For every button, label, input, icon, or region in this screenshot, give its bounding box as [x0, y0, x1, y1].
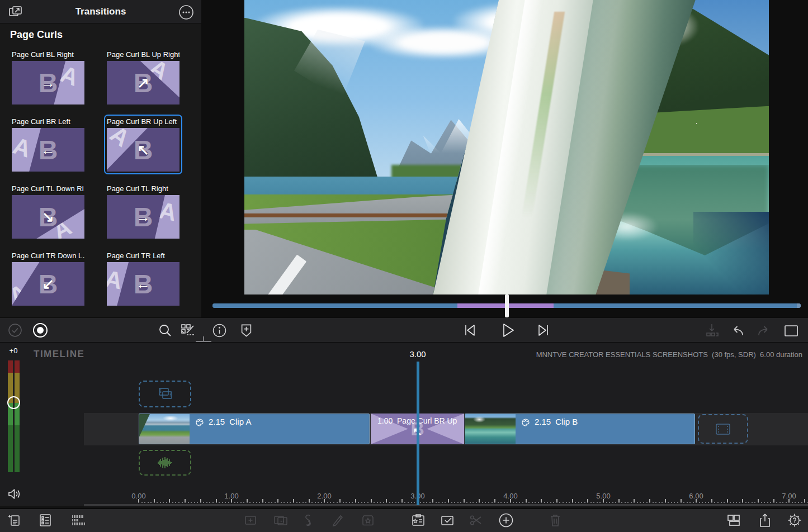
- audio-track-placeholder[interactable]: [139, 450, 191, 476]
- transition-thumbnail: B A →: [12, 61, 84, 104]
- audio-waveform-icon: [155, 456, 175, 469]
- transition-thumbnail: B A ↗: [107, 61, 179, 104]
- undo-icon[interactable]: [729, 322, 746, 340]
- ruler-tick-dots: [138, 502, 808, 503]
- transition-label: Page Curl TR Down L…: [12, 251, 84, 260]
- add-clip-icon[interactable]: [240, 510, 261, 530]
- skip-back-icon[interactable]: [461, 321, 479, 339]
- transition-label: Page Curl BR Left: [12, 117, 84, 126]
- transition-thumbnail: B A →: [107, 195, 179, 239]
- clip-duration: 2.15: [209, 417, 225, 426]
- clip-placeholder[interactable]: [698, 414, 748, 444]
- multi-select-icon[interactable]: [437, 510, 457, 530]
- transport-bar: [0, 317, 808, 342]
- info-icon[interactable]: [211, 322, 227, 338]
- audio-mixer-icon[interactable]: [68, 510, 88, 530]
- settings-help-icon[interactable]: [785, 510, 805, 530]
- transition-name: Page Curl BR Up: [397, 416, 457, 425]
- trash-icon[interactable]: [545, 510, 565, 530]
- direction-arrow-icon: ↖: [107, 128, 179, 172]
- palette-icon: [195, 418, 204, 427]
- add-circle-icon[interactable]: [496, 510, 516, 530]
- scissors-icon[interactable]: [466, 510, 486, 530]
- direction-arrow-icon: ←: [12, 128, 84, 172]
- timeline-clip-a[interactable]: 2.15 Clip A: [139, 414, 370, 444]
- scrubber-clip-b-segment: [554, 303, 801, 308]
- transition-thumbnail: B A ↘: [12, 195, 84, 239]
- direction-arrow-icon: ↗: [107, 61, 179, 104]
- skip-forward-icon[interactable]: [535, 321, 552, 339]
- transition-item-tr-left[interactable]: Page Curl TR Left B A ←: [104, 249, 182, 308]
- add-transition-icon[interactable]: [271, 510, 291, 530]
- shield-add-icon[interactable]: [238, 322, 254, 339]
- grid-edit-icon[interactable]: [178, 321, 196, 339]
- volume-knob[interactable]: [7, 396, 20, 409]
- search-icon[interactable]: [157, 322, 173, 339]
- video-preview[interactable]: [244, 0, 769, 294]
- clip-name: Clip B: [555, 417, 578, 426]
- redo-icon[interactable]: [755, 322, 773, 340]
- direction-arrow-icon: →: [107, 195, 179, 239]
- bottom-toolbar: [0, 509, 808, 532]
- transition-label: Page Curl TL Right: [107, 184, 179, 193]
- palette-icon: [521, 418, 530, 427]
- transition-item-br-left[interactable]: Page Curl BR Left B A ←: [9, 115, 87, 174]
- transition-duration: 1.00: [377, 416, 393, 425]
- transition-item-br-up-left-selected[interactable]: Page Curl BR Up Left B A ↖: [104, 115, 182, 174]
- transition-label: Page Curl TR Left: [107, 251, 179, 260]
- direction-arrow-icon: ↘: [12, 195, 84, 239]
- insert-down-icon[interactable]: [703, 322, 720, 339]
- clip-a-thumbnail: [139, 414, 190, 444]
- link-icon[interactable]: [298, 510, 318, 530]
- panel-title: Transitions: [0, 0, 201, 23]
- import-icon[interactable]: [5, 510, 25, 530]
- overlay-track-placeholder[interactable]: [139, 381, 191, 407]
- speaker-icon[interactable]: [6, 486, 22, 502]
- transition-label: Page Curl BL Up Right: [107, 50, 179, 59]
- scrubber-clip-a-segment: [212, 303, 457, 308]
- app-window: Transitions Page Curls Page Curl BL Righ…: [0, 0, 808, 532]
- direction-arrow-icon: →: [12, 61, 84, 104]
- transition-item-tl-right[interactable]: Page Curl TL Right B A →: [104, 182, 182, 241]
- transition-thumbnail: B A ↙: [12, 262, 84, 306]
- record-icon[interactable]: [32, 322, 49, 339]
- frame-icon[interactable]: [783, 323, 800, 339]
- transition-item-bl-right[interactable]: Page Curl BL Right B A →: [9, 48, 87, 107]
- favorite-icon[interactable]: [358, 510, 378, 530]
- clip-duration: 2.15: [535, 417, 551, 426]
- timeline-scrollbar[interactable]: [84, 504, 808, 506]
- clip-name: Clip A: [229, 417, 251, 426]
- transition-thumbnail: B A ←: [107, 262, 179, 306]
- play-button[interactable]: [497, 320, 518, 341]
- direction-arrow-icon: ←: [107, 262, 179, 306]
- audio-meter-left: [8, 360, 13, 472]
- ellipsis-icon[interactable]: [178, 4, 195, 21]
- timeline-playhead[interactable]: [417, 362, 419, 505]
- transition-label: Page Curl BR Up Left: [107, 117, 179, 126]
- transition-item-bl-up-right[interactable]: Page Curl BL Up Right B A ↗: [104, 48, 182, 107]
- check-circle-icon[interactable]: [7, 322, 23, 338]
- share-icon[interactable]: [755, 510, 775, 530]
- timeline-label: TIMELINE: [34, 349, 84, 360]
- transition-thumbnail: B A ←: [12, 128, 84, 172]
- paste-attributes-icon[interactable]: [408, 510, 428, 530]
- clip-list-icon[interactable]: [35, 510, 55, 530]
- direction-arrow-icon: ↙: [12, 262, 84, 306]
- pencil-icon[interactable]: [328, 510, 348, 530]
- transition-thumbnail: B A ↖: [107, 128, 179, 172]
- project-format: (30 fps, SDR): [712, 350, 756, 359]
- timeline-clip-b[interactable]: 2.15 Clip B: [465, 414, 695, 444]
- preview-playhead[interactable]: [505, 294, 509, 317]
- clip-b-thumbnail: [465, 414, 516, 444]
- section-title: Page Curls: [10, 29, 63, 41]
- project-info: MNNTVE CREATOR ESSENTIALS SCREENSHOTS (3…: [536, 350, 802, 359]
- transition-item-tr-down-left[interactable]: Page Curl TR Down L… B A ↙: [9, 249, 87, 308]
- transition-label: Page Curl BL Right: [12, 50, 84, 59]
- transition-label: Page Curl TL Down Ri…: [12, 184, 84, 193]
- project-duration: 6.00 duration: [760, 350, 802, 359]
- project-name: MNNTVE CREATOR ESSENTIALS SCREENSHOTS: [536, 350, 708, 359]
- gain-label: +0: [6, 346, 21, 355]
- transition-item-tl-down-right[interactable]: Page Curl TL Down Ri… B A ↘: [9, 182, 87, 241]
- layout-icon[interactable]: [724, 510, 744, 530]
- playhead-time: 3.00: [409, 349, 426, 359]
